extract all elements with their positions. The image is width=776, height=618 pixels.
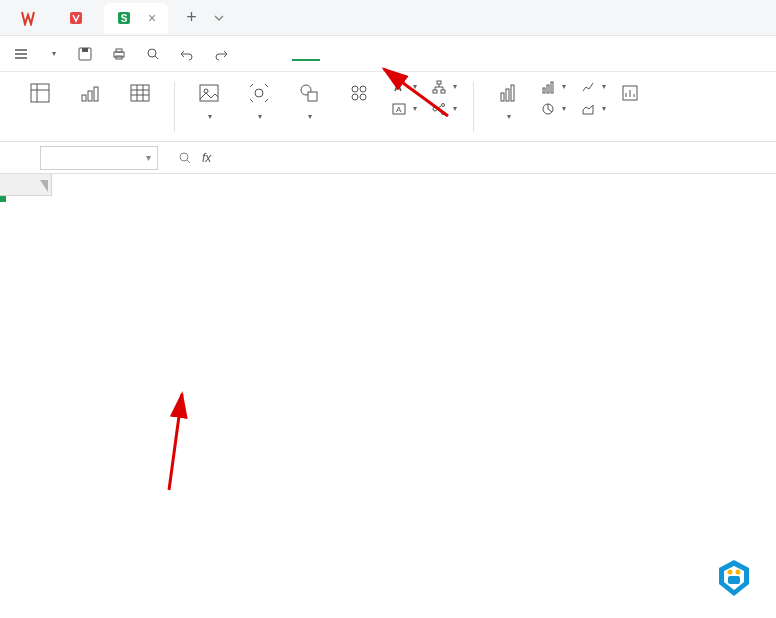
area-chart-icon [580, 101, 596, 117]
svg-rect-11 [88, 91, 92, 101]
svg-point-19 [352, 86, 358, 92]
svg-rect-37 [551, 82, 553, 93]
close-icon[interactable]: × [148, 10, 156, 26]
svg-rect-12 [94, 87, 98, 101]
svg-rect-35 [543, 88, 545, 93]
tab-menu-button[interactable] [205, 12, 233, 24]
ribbon-chart-types: ▾ ▾ [536, 77, 570, 119]
template-tab[interactable] [56, 3, 102, 33]
svg-point-22 [360, 94, 366, 100]
tab-review[interactable] [404, 48, 432, 60]
screenshot-label: ▾ [256, 109, 262, 121]
picture-label: ▾ [206, 109, 212, 121]
ribbon-tabs [264, 47, 516, 61]
svg-text:A: A [396, 105, 402, 114]
svg-rect-33 [506, 89, 509, 101]
flowchart-icon [431, 79, 447, 95]
select-all-corner[interactable] [0, 174, 52, 196]
tab-page[interactable] [320, 48, 348, 60]
svg-rect-36 [547, 85, 549, 93]
ribbon-group-charts: ▾ ▾ ▾ ▾ ▾ [478, 77, 652, 137]
wordart-button[interactable]: A ▾ [387, 77, 421, 97]
workbook-tab[interactable]: S × [104, 3, 168, 33]
sheet-icon: S [116, 10, 132, 26]
shapes-button[interactable]: ▾ [287, 77, 331, 123]
table-button[interactable] [118, 77, 162, 111]
fx-icon[interactable]: fx [202, 151, 211, 165]
icons-button[interactable] [337, 77, 381, 111]
svg-rect-4 [82, 48, 88, 52]
ribbon-group-illustrations: ▾ ▾ ▾ A ▾ A ▾ ▾ [179, 77, 469, 137]
picture-button[interactable]: ▾ [187, 77, 231, 123]
svg-point-16 [255, 89, 263, 97]
svg-rect-13 [131, 85, 149, 101]
area-chart-button[interactable]: ▾ [576, 99, 610, 119]
menu-bar: ▾ [0, 36, 776, 72]
redo-icon[interactable] [208, 41, 234, 67]
quick-access: ▾ [8, 41, 234, 67]
template-icon [68, 10, 84, 26]
svg-point-8 [148, 49, 156, 57]
add-tab-button[interactable]: + [178, 7, 205, 28]
ribbon-separator [174, 82, 175, 132]
svg-rect-34 [511, 85, 514, 101]
tab-data[interactable] [376, 48, 404, 60]
table-icon [128, 79, 152, 107]
hamburger-icon[interactable] [8, 41, 34, 67]
pivot-chart-button[interactable] [68, 77, 112, 111]
bar-chart-icon [540, 79, 556, 95]
tab-insert[interactable] [292, 47, 320, 61]
textbox-icon: A [391, 101, 407, 117]
tab-member[interactable] [488, 48, 516, 60]
save-icon[interactable] [72, 41, 98, 67]
pie-chart-button[interactable]: ▾ [536, 99, 570, 119]
tab-view[interactable] [432, 48, 460, 60]
tab-tools[interactable] [460, 48, 488, 60]
fill-handle[interactable] [0, 196, 6, 202]
print-icon[interactable] [106, 41, 132, 67]
ribbon-text-group: A ▾ A ▾ [387, 77, 421, 119]
pivot-chart-icon [78, 79, 102, 107]
screenshot-button[interactable]: ▾ [237, 77, 281, 123]
screenshot-icon [247, 79, 271, 107]
pivot-table-button[interactable] [18, 77, 62, 111]
mindmap-icon [431, 101, 447, 117]
ribbon-separator [473, 82, 474, 132]
preview-icon[interactable] [140, 41, 166, 67]
wps-logo-icon [20, 10, 36, 26]
svg-point-44 [728, 570, 733, 575]
bar-chart-button[interactable]: ▾ [536, 77, 570, 97]
ribbon: ▾ ▾ ▾ A ▾ A ▾ ▾ [0, 72, 776, 142]
flowchart-button[interactable]: ▾ [427, 77, 461, 97]
tab-start[interactable] [264, 48, 292, 60]
name-box[interactable]: ▾ [40, 146, 158, 170]
undo-icon[interactable] [174, 41, 200, 67]
svg-rect-10 [82, 95, 86, 101]
chevron-down-icon: ▾ [146, 152, 151, 163]
mindmap-button[interactable]: ▾ [427, 99, 461, 119]
tab-formula[interactable] [348, 48, 376, 60]
line-chart-button[interactable]: ▾ [576, 77, 610, 97]
shapes-label: ▾ [306, 109, 312, 121]
file-menu[interactable]: ▾ [50, 49, 56, 58]
svg-rect-6 [116, 49, 122, 52]
more-charts-button[interactable] [616, 77, 644, 109]
icons-icon [347, 79, 371, 107]
app-tab[interactable] [8, 3, 54, 33]
svg-point-45 [736, 570, 741, 575]
title-tab-bar: S × + [0, 0, 776, 36]
column-headers [0, 174, 776, 196]
textbox-button[interactable]: A ▾ [387, 99, 421, 119]
search-fx-icon[interactable] [178, 151, 192, 165]
line-chart-icon [580, 79, 596, 95]
wordart-icon: A [391, 79, 407, 95]
svg-rect-9 [31, 84, 49, 102]
all-charts-button[interactable]: ▾ [486, 77, 530, 123]
svg-rect-43 [728, 576, 740, 584]
ribbon-chart-types-2: ▾ ▾ [576, 77, 610, 119]
svg-rect-28 [441, 90, 445, 93]
svg-rect-32 [501, 93, 504, 101]
svg-rect-18 [308, 92, 317, 101]
chevron-down-icon: ▾ [52, 49, 56, 58]
svg-rect-26 [437, 81, 441, 84]
